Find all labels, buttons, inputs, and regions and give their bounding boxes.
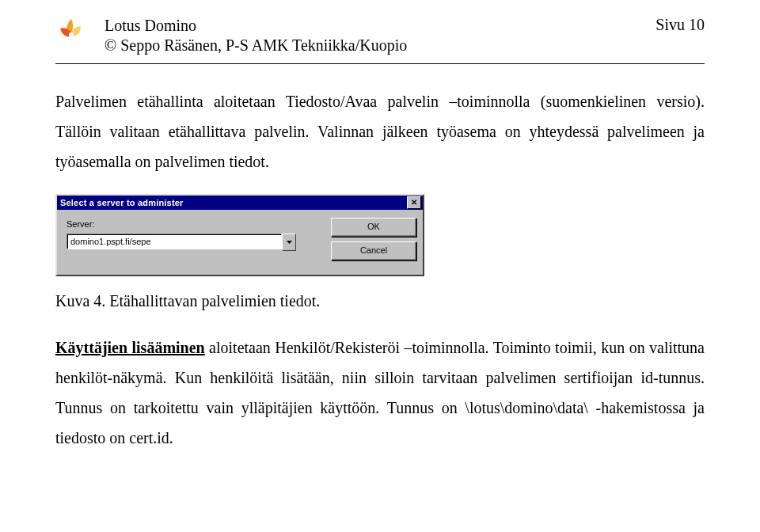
- server-combobox[interactable]: domino1.pspt.fi/sepe: [66, 234, 296, 251]
- figure-caption: Kuva 4. Etähallittavan palvelimien tiedo…: [55, 292, 705, 310]
- paragraph-2-lead: Käyttäjien lisääminen: [55, 339, 205, 356]
- dropdown-button[interactable]: [282, 234, 296, 251]
- svg-point-0: [69, 32, 74, 37]
- paragraph-1: Palvelimen etähallinta aloitetaan Tiedos…: [55, 86, 705, 177]
- header-divider: [55, 63, 705, 64]
- dialog-title: Select a server to administer: [60, 198, 407, 207]
- cancel-button[interactable]: Cancel: [331, 241, 416, 260]
- close-button[interactable]: ✕: [407, 196, 421, 209]
- page-number: Sivu 10: [656, 16, 705, 34]
- doc-author-line: © Seppo Räsänen, P-S AMK Tekniikka/Kuopi…: [104, 36, 656, 55]
- select-server-dialog: Select a server to administer ✕ Server: …: [55, 194, 424, 276]
- close-icon: ✕: [411, 199, 417, 207]
- paragraph-2: Käyttäjien lisääminen aloitetaan Henkilö…: [55, 332, 705, 453]
- lotus-logo-icon: [55, 16, 87, 48]
- doc-title: Lotus Domino: [104, 16, 656, 36]
- dialog-titlebar: Select a server to administer ✕: [57, 196, 423, 210]
- server-label: Server:: [66, 219, 315, 229]
- page-header: Lotus Domino © Seppo Räsänen, P-S AMK Te…: [55, 16, 705, 55]
- chevron-down-icon: [287, 241, 292, 244]
- ok-button[interactable]: OK: [331, 218, 416, 237]
- server-input[interactable]: domino1.pspt.fi/sepe: [66, 234, 282, 249]
- dialog-figure: Select a server to administer ✕ Server: …: [55, 194, 705, 276]
